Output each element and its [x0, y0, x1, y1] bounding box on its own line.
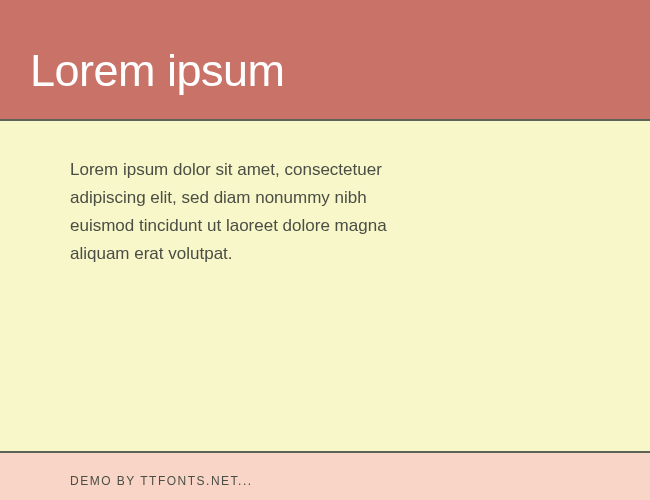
body-text: Lorem ipsum dolor sit amet, consectetuer…: [70, 156, 400, 268]
page-title: Lorem ipsum: [30, 48, 285, 93]
header: Lorem ipsum: [0, 0, 650, 119]
footer: DEMO BY TTFONTS.NET...: [0, 453, 650, 500]
footer-credit: DEMO BY TTFONTS.NET...: [70, 474, 253, 488]
content-area: Lorem ipsum dolor sit amet, consectetuer…: [0, 121, 650, 451]
